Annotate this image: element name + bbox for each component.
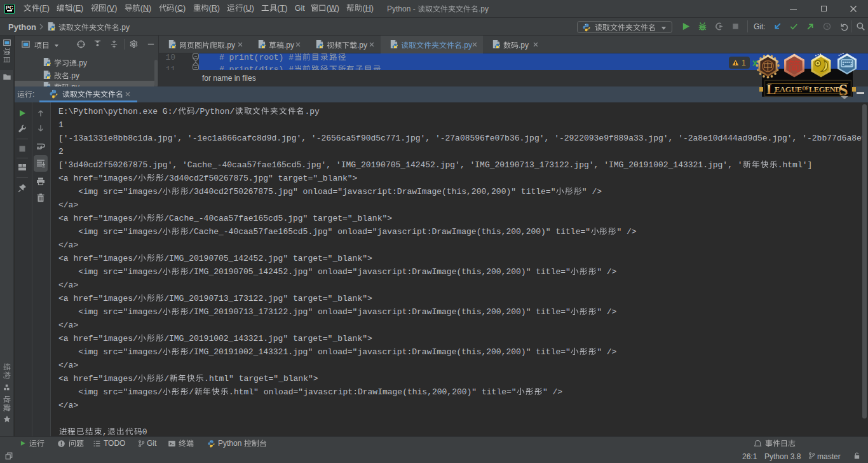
svg-text:EAGUE: EAGUE <box>775 85 802 94</box>
svg-text:LEGEND: LEGEND <box>809 85 841 94</box>
svg-text:OF: OF <box>803 86 810 92</box>
